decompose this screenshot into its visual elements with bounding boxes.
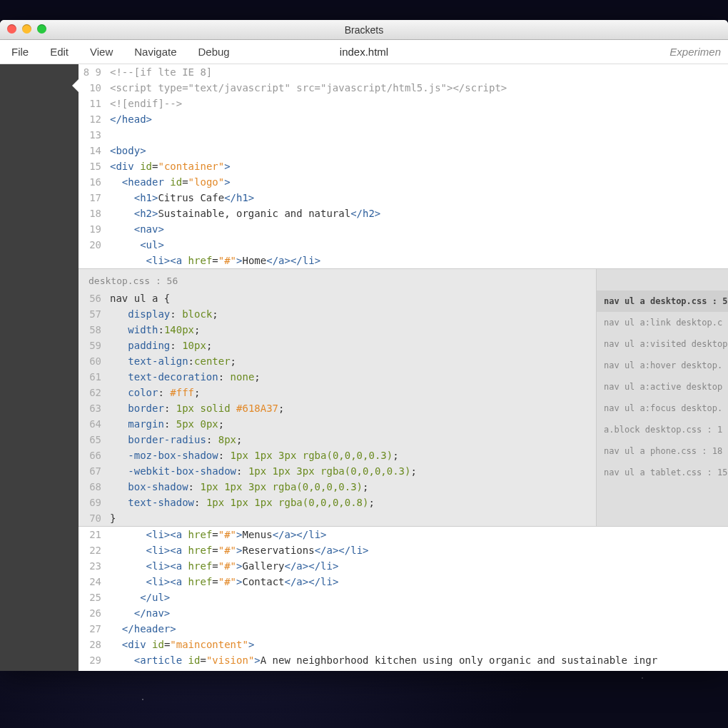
minimize-icon[interactable] bbox=[22, 24, 31, 34]
gutter: 21 22 23 24 25 26 27 28 29 30 31 32 33 bbox=[79, 527, 110, 671]
zoom-icon[interactable] bbox=[37, 24, 46, 34]
code-content[interactable]: nav ul a { display: block; width:140px; … bbox=[110, 290, 596, 526]
top-code-block[interactable]: 8 9 10 11 12 13 14 15 16 17 18 19 20 <!-… bbox=[79, 64, 728, 268]
css-rule-item[interactable]: a.block desktop.css : 1 bbox=[597, 419, 728, 440]
inline-code-block[interactable]: 56 57 58 59 60 61 62 63 64 65 66 67 68 6… bbox=[79, 269, 596, 526]
app-window: Brackets File Edit View Navigate Debug i… bbox=[0, 20, 728, 671]
traffic-lights bbox=[7, 24, 46, 34]
sidebar[interactable] bbox=[0, 64, 79, 671]
menu-navigate[interactable]: Navigate bbox=[134, 46, 176, 58]
code-editor[interactable]: 8 9 10 11 12 13 14 15 16 17 18 19 20 <!-… bbox=[79, 64, 728, 671]
window-title: Brackets bbox=[345, 24, 383, 36]
menu-edit[interactable]: Edit bbox=[50, 46, 69, 58]
inline-css-panel: desktop.css : 56 56 57 58 59 60 61 62 63… bbox=[79, 268, 728, 527]
editor-body: 8 9 10 11 12 13 14 15 16 17 18 19 20 <!-… bbox=[0, 64, 728, 671]
gutter: 8 9 10 11 12 13 14 15 16 17 18 19 20 bbox=[79, 64, 110, 268]
code-content[interactable]: <!--[if lte IE 8] <script type="text/jav… bbox=[110, 64, 728, 268]
experimental-label: Experimen bbox=[669, 46, 721, 58]
bottom-code-block[interactable]: 21 22 23 24 25 26 27 28 29 30 31 32 33 <… bbox=[79, 527, 728, 671]
css-rule-item[interactable]: nav ul a:active desktop bbox=[597, 376, 728, 398]
gutter: 56 57 58 59 60 61 62 63 64 65 66 67 68 6… bbox=[79, 290, 110, 526]
css-rule-item[interactable]: nav ul a:focus desktop. bbox=[597, 398, 728, 419]
titlebar[interactable]: Brackets bbox=[0, 20, 728, 40]
inline-panel-header: desktop.css : 56 bbox=[89, 273, 178, 289]
close-icon[interactable] bbox=[7, 24, 16, 34]
css-rule-item[interactable]: nav ul a phone.css : 18 bbox=[597, 440, 728, 462]
menu-view[interactable]: View bbox=[90, 46, 113, 58]
menu-file[interactable]: File bbox=[11, 46, 29, 58]
css-rule-list: nav ul a desktop.css : 5nav ul a:link de… bbox=[596, 269, 728, 526]
css-rule-item[interactable]: nav ul a:hover desktop. bbox=[597, 355, 728, 376]
css-rule-item[interactable]: nav ul a:link desktop.c bbox=[597, 312, 728, 333]
sidebar-notch-icon bbox=[72, 79, 79, 93]
menu-debug[interactable]: Debug bbox=[198, 46, 229, 58]
code-content[interactable]: <li><a href="#">Menus</a></li> <li><a hr… bbox=[110, 527, 728, 671]
css-rule-item[interactable]: nav ul a desktop.css : 5 bbox=[597, 290, 728, 312]
current-filename: index.html bbox=[340, 46, 388, 58]
css-rule-item[interactable]: nav ul a:visited desktop bbox=[597, 333, 728, 355]
menubar: File Edit View Navigate Debug index.html… bbox=[0, 40, 728, 64]
css-rule-item[interactable]: nav ul a tablet.css : 15 bbox=[597, 462, 728, 483]
